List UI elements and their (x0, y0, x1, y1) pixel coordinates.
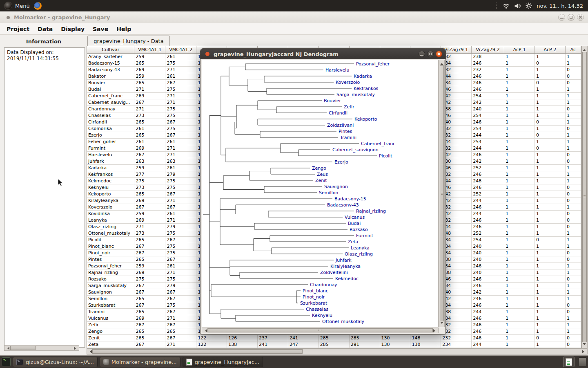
table-horizontal-scrollbar[interactable] (87, 348, 588, 355)
menu-display[interactable]: Display (57, 26, 89, 32)
dendrogram-leaf-label: Sauvignon (324, 184, 348, 189)
table-vertical-scrollbar[interactable] (581, 46, 588, 348)
tab-grapevine-hungary-data[interactable]: grapevine_Hungary - Data (87, 36, 170, 46)
dendrogram-leaf-label: Szurkebarat (300, 301, 327, 306)
dendrogram-leaf-label: Kekfrankos (354, 86, 379, 91)
taskbar-item-terminal[interactable]: gizus@Gizus-Linux: ~/A... (13, 357, 98, 367)
dendrogram-leaf-label: Koverszolo (336, 80, 360, 85)
dendrogram-leaf-label: Kadarka (354, 74, 372, 79)
wifi-icon[interactable] (503, 3, 510, 9)
dendrogram-leaf-label: Pozsonyi_feher (356, 61, 390, 67)
dendrogram-leaf-label: Furmint (356, 233, 374, 238)
info-line-2: 2019/11/11 14:31:55 (7, 56, 82, 62)
column-header[interactable]: VrZag79-2 (472, 46, 504, 54)
dendrogram-leaf-label: Rozsako (350, 227, 368, 232)
dendro-horizontal-scrollbar[interactable] (202, 328, 439, 333)
terminal-icon (16, 359, 23, 365)
dendrogram-leaf-label: Pinot_blanc (303, 288, 328, 294)
information-panel-title: Information (3, 38, 84, 45)
panel-applet-handle[interactable] (496, 2, 498, 9)
dendrogram-leaf-label: Badacsony-15 (334, 196, 366, 202)
dendrogram-leaf-label: Zengo (312, 166, 326, 171)
menu-help[interactable]: Help (112, 26, 135, 32)
applications-menu-button[interactable]: Menü (0, 0, 34, 11)
dendrogram-window: grapevine_HungaryJaccard NJ Dendogram Po… (200, 48, 446, 334)
dendrogram-leaf-label: Kiralyleanyka (330, 264, 361, 269)
spreadsheet-tray-button[interactable] (563, 357, 575, 367)
dendrogram-leaf-label: Badacsony-43 (327, 202, 359, 208)
information-panel: Data Displayed on: 2019/11/11 14:31:55 (4, 47, 85, 348)
dendrogram-canvas: Pozsonyi_feherHarsleveluKadarkaKoverszol… (202, 60, 439, 327)
dendrogram-leaf-label: Rajnai_rizling (356, 209, 386, 214)
spreadsheet-icon (566, 358, 572, 366)
taskbar-item-dendrogram[interactable]: grapevine_HungaryJac... (183, 357, 263, 367)
minimize-button[interactable] (558, 14, 565, 21)
dendro-maximize-button[interactable] (427, 51, 434, 57)
trash-applet-icon[interactable] (579, 357, 586, 366)
taskbar-item-label: grapevine_HungaryJac... (195, 359, 260, 365)
column-header[interactable]: AcP-1 (504, 46, 535, 54)
dendrogram-leaf-label: Ottonel_muskotaly (322, 319, 365, 324)
gear-icon[interactable] (526, 2, 532, 9)
table-row[interactable]: Zeta267271122138241247285291130130234244… (87, 341, 581, 348)
taskbar-item-label: gizus@Gizus-Linux: ~/A... (26, 359, 94, 365)
dendro-vertical-scrollbar[interactable] (439, 60, 445, 327)
dendrogram-leaf-label: Picolit (379, 153, 392, 159)
table-row[interactable]: Zenit26526712212623724128528513014823224… (87, 335, 581, 341)
dendrogram-leaf-label: Pintes (339, 129, 352, 134)
menu-project[interactable]: Project (2, 26, 33, 32)
terminal-launcher-icon[interactable] (2, 357, 11, 366)
dendrogram-leaf-label: Cabernet_sauvignon (332, 147, 379, 153)
column-header[interactable]: VMC4A1-2 (165, 46, 196, 54)
dendrogram-leaf-label: Zenit (315, 178, 327, 183)
dendro-close-button[interactable] (436, 51, 442, 57)
dendrogram-doc-icon (186, 359, 192, 366)
info-horizontal-scrollbar[interactable] (4, 345, 79, 351)
column-header[interactable]: Cultivar (87, 46, 134, 54)
dendrogram-leaf-label: Juhfark (335, 258, 352, 263)
dendrogram-leaf-label: Chasselas (306, 307, 328, 312)
dendrogram-leaf-label: Cabernet_franc (361, 141, 395, 146)
maximize-button[interactable] (568, 14, 575, 21)
desktop: Menü (0, 0, 588, 368)
clock[interactable]: nov. 11., h, 14.32 (537, 3, 583, 9)
column-header[interactable]: Ac (565, 46, 581, 54)
dendrogram-leaf-label: Zoldszilvani (327, 123, 354, 128)
menu-data[interactable]: Data (33, 26, 57, 32)
molmarker-app-icon (103, 359, 109, 365)
dendrogram-leaf-label: Olasz_rizling (345, 251, 373, 257)
dendro-minimize-button[interactable] (419, 51, 425, 57)
menu-save[interactable]: Save (89, 26, 112, 32)
dendrogram-titlebar[interactable]: grapevine_HungaryJaccard NJ Dendogram (200, 49, 445, 59)
desktop-top-panel: Menü (0, 0, 588, 11)
window-icon (7, 16, 10, 19)
firefox-icon[interactable] (34, 2, 42, 10)
dendrogram-leaf-label: Leanyka (351, 245, 370, 251)
window-title: Molmarker - grapevine_Hungary (14, 14, 110, 20)
dendrogram-leaf-label: Sarga_muskotaly (336, 92, 375, 97)
dendrogram-leaf-label: Zeta (348, 239, 358, 245)
dendrogram-window-icon (205, 52, 209, 56)
taskbar: gizus@Gizus-Linux: ~/A... Molmarker - gr… (0, 356, 588, 368)
menu-label: Menü (15, 3, 30, 9)
dendrogram-leaf-label: Pinot_noir (303, 294, 325, 300)
dendrogram-leaf-label: Zoldveltelini (320, 270, 348, 275)
taskbar-item-molmarker[interactable]: Molmarker - grapevine... (100, 357, 180, 367)
info-line-1: Data Displayed on: (7, 49, 82, 56)
window-titlebar[interactable]: Molmarker - grapevine_Hungary (0, 11, 588, 24)
app-menubar: Project Data Display Save Help (0, 23, 588, 35)
dendrogram-leaf-label: Ezerjo (334, 159, 348, 165)
dendrogram-leaf-label: Chardonnay (310, 282, 337, 287)
distro-logo-icon (4, 2, 12, 10)
dendrogram-leaf-label: Kekoporto (354, 117, 377, 122)
dendrogram-leaf-label: Zeus (317, 172, 328, 177)
column-header[interactable]: AcP-2 (535, 46, 566, 54)
dendrogram-leaf-label: Tramini (340, 135, 356, 140)
dendrogram-plot: Pozsonyi_feherHarsleveluKadarkaKoverszol… (202, 60, 438, 327)
dendrogram-leaf-label: Kekmedoc (335, 276, 359, 281)
close-button[interactable] (577, 14, 584, 21)
column-header[interactable]: VMC4A1-1 (134, 46, 165, 54)
dendrogram-leaf-label: Zefir (344, 104, 354, 110)
volume-icon[interactable] (514, 3, 521, 9)
mouse-cursor (57, 178, 65, 187)
